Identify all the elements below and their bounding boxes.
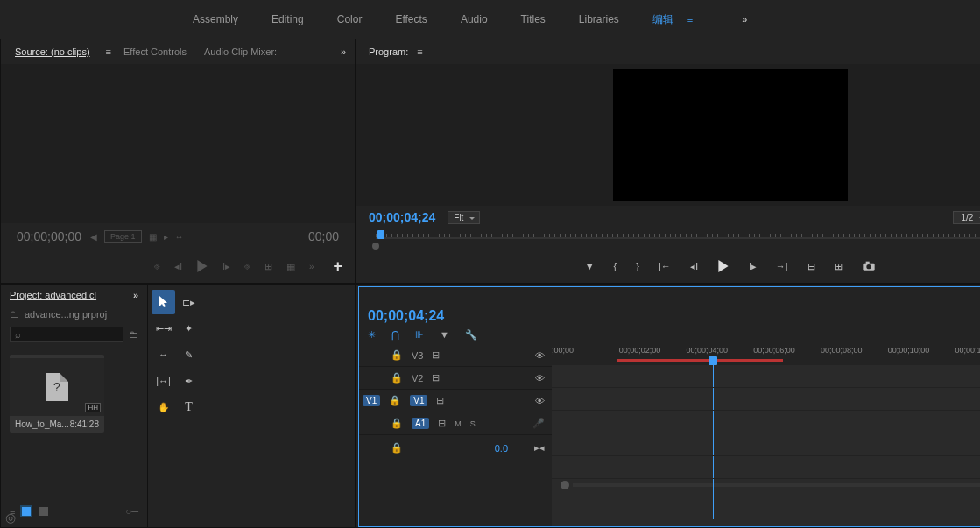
timeline-timecode[interactable]: 00;00;04;24: [368, 308, 980, 324]
timeline-playhead[interactable]: [709, 356, 717, 365]
source-patch-v1[interactable]: V1: [363, 395, 380, 406]
program-playhead[interactable]: [377, 230, 384, 239]
eye-icon[interactable]: 👁: [535, 373, 545, 384]
track-v3[interactable]: [552, 365, 980, 388]
timeline-tracks-area[interactable]: ;00;00 00;00;02;00 00;00;04;00 00;00;06;…: [552, 344, 980, 526]
program-export-frame-icon[interactable]: [862, 261, 876, 271]
track-header-a1[interactable]: 🔒 A1 ⊟ M S 🎤: [359, 412, 552, 435]
workspace-tab-cjk[interactable]: 编辑: [652, 12, 673, 27]
zoom-slider[interactable]: ○─: [126, 506, 138, 517]
lock-icon[interactable]: 🔒: [391, 418, 403, 429]
rolling-edit-tool[interactable]: ✦: [177, 316, 201, 341]
project-panel-title[interactable]: Project: advanced cl: [10, 290, 96, 300]
source-insert-icon[interactable]: ⊞: [264, 261, 272, 272]
workspace-tab-assembly[interactable]: Assembly: [193, 13, 238, 25]
workspace-tab-editing[interactable]: Editing: [271, 13, 304, 25]
add-marker-timeline-icon[interactable]: ⊪: [415, 329, 424, 341]
scroll-handle-left[interactable]: [561, 481, 569, 489]
mute-button[interactable]: M: [455, 419, 462, 428]
program-lift-icon[interactable]: ⊟: [807, 261, 815, 272]
timeline-h-scrollbar[interactable]: [552, 479, 980, 491]
program-scrub-handle-left[interactable]: [372, 243, 379, 250]
pen-tool[interactable]: ✒: [177, 369, 201, 393]
source-view-icon[interactable]: ▦: [149, 232, 157, 242]
source-transport-more-icon[interactable]: »: [309, 262, 314, 271]
mic-icon[interactable]: 🎤: [532, 418, 545, 429]
project-item[interactable]: ? HH How_to_Ma... 8:41:28: [10, 355, 104, 433]
program-goto-out-icon[interactable]: →|: [776, 261, 788, 271]
audio-clip-mixer-tab[interactable]: Audio Clip Mixer:: [199, 43, 282, 60]
source-step-back-icon[interactable]: ◂Ⅰ: [174, 261, 182, 272]
program-extract-icon[interactable]: ⊞: [835, 261, 843, 272]
program-in-icon[interactable]: {: [614, 261, 617, 271]
lock-icon[interactable]: 🔒: [391, 442, 403, 454]
workspace-tab-libraries[interactable]: Libraries: [579, 13, 619, 25]
source-tab-menu-icon[interactable]: ≡: [106, 46, 111, 57]
sync-lock-icon[interactable]: ⊟: [438, 418, 446, 429]
track-master[interactable]: [552, 456, 980, 479]
eye-icon[interactable]: 👁: [535, 350, 545, 361]
source-page-next-icon[interactable]: ▸: [164, 232, 168, 242]
source-tab[interactable]: Source: (no clips): [10, 43, 95, 60]
solo-button[interactable]: S: [470, 419, 476, 428]
lock-icon[interactable]: 🔒: [389, 395, 401, 406]
source-mark-in-icon[interactable]: ⎆: [154, 261, 160, 271]
source-add-button[interactable]: +: [333, 257, 342, 276]
lock-icon[interactable]: 🔒: [391, 349, 403, 361]
eye-icon[interactable]: 👁: [535, 396, 545, 406]
sync-lock-icon[interactable]: ⊟: [432, 372, 440, 384]
workspace-menu-icon[interactable]: ≡: [687, 14, 693, 25]
program-zoom-select[interactable]: Fit: [448, 211, 480, 224]
playhead-sync-icon[interactable]: ▸◂: [534, 442, 545, 454]
track-select-tool[interactable]: ⊏▸: [177, 290, 201, 314]
timeline-ruler[interactable]: ;00;00 00;00;02;00 00;00;04;00 00;00;06;…: [552, 344, 980, 365]
program-goto-in-icon[interactable]: |←: [659, 261, 671, 271]
new-bin-icon[interactable]: 🗀: [129, 329, 138, 340]
workspace-tab-audio[interactable]: Audio: [461, 13, 488, 25]
type-tool[interactable]: T: [177, 395, 201, 419]
source-mark-out-icon[interactable]: ⎆: [244, 261, 250, 271]
freeform-view-icon[interactable]: [39, 507, 48, 516]
source-page-prev-icon[interactable]: ◀: [90, 232, 97, 242]
track-header-v2[interactable]: 🔒 V2 ⊟ 👁: [359, 367, 552, 390]
hand-tool[interactable]: ✋: [152, 395, 175, 419]
selection-tool[interactable]: [152, 290, 175, 314]
creative-cloud-icon[interactable]: ◎: [5, 510, 16, 524]
timeline-settings-icon[interactable]: 🔧: [465, 329, 477, 341]
workspace-tab-color[interactable]: Color: [337, 13, 363, 25]
track-target-v1[interactable]: V1: [410, 395, 427, 406]
source-overwrite-icon[interactable]: ▦: [286, 261, 295, 272]
track-target-a1[interactable]: A1: [412, 418, 429, 429]
rate-stretch-tool[interactable]: ↔: [152, 342, 175, 367]
snap-icon[interactable]: ✳: [368, 329, 376, 341]
program-tab-label[interactable]: Program:: [369, 46, 408, 57]
source-timecode-out[interactable]: 00;00: [308, 229, 339, 243]
program-scrubber[interactable]: [369, 229, 980, 250]
timeline-marker-icon[interactable]: ▼: [440, 329, 449, 341]
track-header-v3[interactable]: 🔒 V3 ⊟ 👁: [359, 344, 552, 367]
slip-tool[interactable]: |↔|: [152, 369, 175, 393]
program-step-back-icon[interactable]: ◂Ⅰ: [690, 261, 698, 272]
track-header-master[interactable]: 🔒 0.0 ▸◂: [359, 435, 552, 461]
program-out-icon[interactable]: }: [636, 261, 639, 271]
sync-lock-icon[interactable]: ⊟: [432, 349, 440, 361]
project-overflow-icon[interactable]: »: [133, 290, 138, 300]
work-area-bar[interactable]: [617, 359, 783, 362]
source-overflow-icon[interactable]: »: [341, 46, 346, 57]
source-step-fwd-icon[interactable]: Ⅰ▸: [222, 261, 230, 272]
linked-selection-icon[interactable]: ⋂: [391, 329, 399, 341]
track-v2[interactable]: [552, 388, 980, 411]
program-step-fwd-icon[interactable]: Ⅰ▸: [749, 261, 757, 272]
sync-lock-icon[interactable]: ⊟: [436, 395, 444, 406]
timeline-rate[interactable]: 0.0: [495, 443, 508, 454]
source-play-icon[interactable]: [196, 260, 208, 272]
lock-icon[interactable]: 🔒: [391, 372, 403, 384]
workspace-tab-effects[interactable]: Effects: [395, 13, 427, 25]
program-timecode-current[interactable]: 00;00;04;24: [369, 210, 435, 224]
track-a1[interactable]: [552, 433, 980, 456]
project-search-input[interactable]: ⌕: [10, 327, 123, 342]
ripple-edit-tool[interactable]: ⇤⇥: [152, 316, 175, 341]
source-expand-icon[interactable]: ↔: [175, 232, 184, 242]
program-resolution-select[interactable]: 1/2: [953, 211, 980, 224]
track-header-v1[interactable]: V1 🔒 V1 ⊟ 👁: [359, 390, 552, 412]
